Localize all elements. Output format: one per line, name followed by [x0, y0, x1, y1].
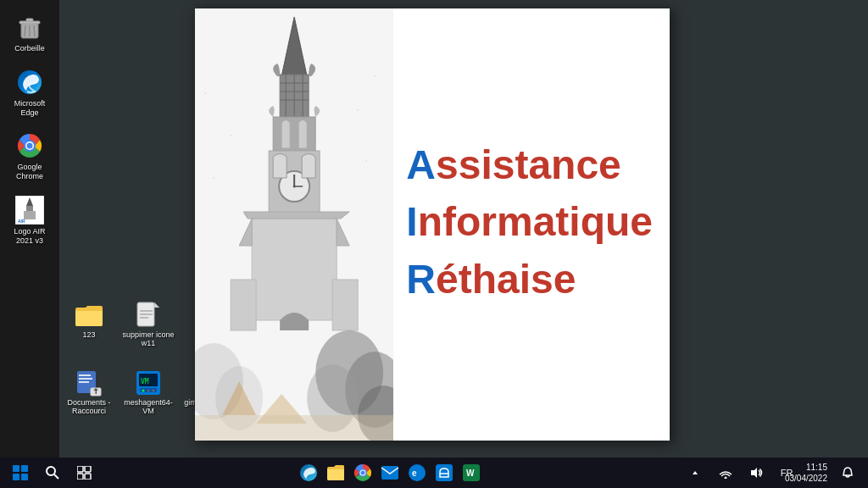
chrome-label: Google Chrome [8, 163, 52, 181]
desktop-icons-row1: 123 suppimer icone w11 [59, 297, 178, 351]
svg-point-72 [213, 177, 214, 179]
svg-rect-2 [26, 19, 33, 21]
svg-rect-14 [24, 211, 36, 219]
taskbar-app7-button[interactable]: W [459, 461, 483, 485]
svg-point-35 [153, 390, 155, 392]
svg-rect-55 [252, 219, 337, 320]
svg-rect-86 [381, 466, 398, 480]
taskbar-store-icon [435, 463, 453, 482]
svg-point-10 [27, 143, 33, 149]
svg-marker-18 [154, 302, 159, 308]
taskbar-chrome-icon [353, 463, 372, 482]
svg-rect-78 [77, 466, 83, 472]
svg-rect-69 [195, 415, 393, 441]
network-button[interactable] [712, 459, 739, 486]
taskbar: e W [0, 458, 868, 488]
svg-text:VM: VM [141, 378, 149, 385]
recycle-bin-label: Corbeille [14, 44, 45, 53]
taskbar-mail-icon [381, 465, 399, 480]
svg-line-5 [34, 25, 35, 36]
left-sidebar: Corbeille Microsoft [0, 0, 59, 458]
svg-rect-79 [85, 466, 91, 472]
svg-point-33 [142, 390, 145, 392]
taskbar-store-button[interactable] [432, 461, 456, 485]
svg-rect-25 [79, 381, 89, 383]
svg-text:AIR: AIR [18, 219, 25, 224]
folder-123-icon[interactable]: 123 [59, 297, 119, 351]
edge-icon-desktop[interactable]: Microsoft Edge [4, 64, 55, 121]
recycle-bin-icon[interactable]: Corbeille [4, 8, 55, 57]
volume-button[interactable] [743, 459, 770, 486]
svg-marker-93 [693, 471, 698, 474]
svg-point-76 [47, 467, 55, 475]
svg-point-70 [204, 92, 206, 94]
clock-date: 03/04/2022 [785, 473, 827, 484]
start-button[interactable] [7, 459, 34, 486]
desktop: Corbeille Microsoft [0, 0, 868, 458]
tray-chevron-button[interactable] [682, 459, 709, 486]
suppimer-label: suppimer icone w11 [122, 330, 175, 347]
desktop-main: 123 suppimer icone w11 [59, 0, 868, 458]
taskbar-edge2-icon: e [408, 463, 426, 482]
notification-icon [842, 467, 854, 479]
svg-rect-81 [85, 474, 91, 480]
tray-expand-icon [691, 469, 699, 477]
taskbar-pinned-apps: e W [98, 461, 682, 485]
svg-rect-80 [77, 474, 83, 480]
svg-point-74 [357, 109, 359, 111]
task-view-button[interactable] [71, 459, 98, 486]
clock-button[interactable]: 11:15 03/04/2022 [804, 459, 831, 486]
svg-point-75 [365, 160, 367, 162]
taskbar-start-area [7, 459, 98, 486]
taskbar-edge-button[interactable] [297, 461, 320, 485]
taskbar-mail-button[interactable] [378, 461, 402, 485]
title-line3-rest: éthaise [436, 257, 576, 302]
windows-logo-icon [13, 465, 28, 480]
clock-time: 11:15 [806, 462, 827, 473]
svg-rect-59 [231, 280, 256, 330]
svg-point-94 [725, 477, 727, 480]
title-line1-rest: ssistance [436, 142, 621, 187]
taskbar-chrome-button[interactable] [351, 461, 375, 485]
chrome-icon-desktop[interactable]: Google Chrome [4, 127, 55, 185]
documents-label: Documents - Raccourci [67, 398, 110, 415]
church-image [195, 8, 393, 441]
svg-rect-60 [332, 280, 358, 330]
documents-icon[interactable]: Documents - Raccourci [59, 364, 119, 419]
meshagent-icon[interactable]: VM meshagent64-VM [119, 364, 178, 419]
search-button[interactable] [39, 459, 66, 486]
svg-rect-49 [273, 117, 315, 151]
svg-line-3 [25, 25, 25, 36]
volume-icon [749, 467, 763, 479]
title-line-3: Réthaise [406, 253, 653, 306]
svg-text:W: W [466, 469, 475, 478]
doc-preview: Assistance Informatique Réthaise [195, 8, 670, 441]
svg-text:e: e [412, 469, 417, 478]
taskbar-system-tray: FR 11:15 03/04/2022 [682, 459, 861, 486]
edge-label: Microsoft Edge [8, 99, 52, 118]
title-line-1: Assistance [406, 139, 653, 191]
svg-point-85 [361, 471, 365, 475]
logo-air-label: Logo AIR 2021 v3 [8, 227, 52, 246]
taskbar-edge-icon [299, 463, 318, 482]
doc-text-area: Assistance Informatique Réthaise [393, 8, 670, 441]
svg-point-71 [230, 135, 231, 136]
logo-air-icon[interactable]: AIR Logo AIR 2021 v3 [4, 191, 55, 249]
title-line-2: Informatique [406, 196, 653, 248]
meshagent-label: meshagent64-VM [122, 398, 175, 415]
taskbar-app7-icon: W [462, 463, 481, 482]
title-line1-first: A [406, 142, 436, 187]
title-line3-first: R [406, 257, 436, 302]
svg-rect-28 [96, 391, 97, 394]
search-icon [46, 466, 59, 480]
taskbar-explorer-button[interactable] [324, 461, 348, 485]
svg-rect-24 [79, 378, 92, 380]
svg-line-77 [54, 474, 58, 479]
svg-marker-95 [751, 468, 757, 478]
notification-button[interactable] [834, 459, 861, 486]
title-line2-rest: nformatique [418, 199, 653, 244]
svg-rect-89 [436, 464, 453, 481]
network-icon [719, 467, 732, 479]
suppimer-file-icon[interactable]: suppimer icone w11 [119, 297, 178, 351]
taskbar-edge2-button[interactable]: e [405, 461, 429, 485]
